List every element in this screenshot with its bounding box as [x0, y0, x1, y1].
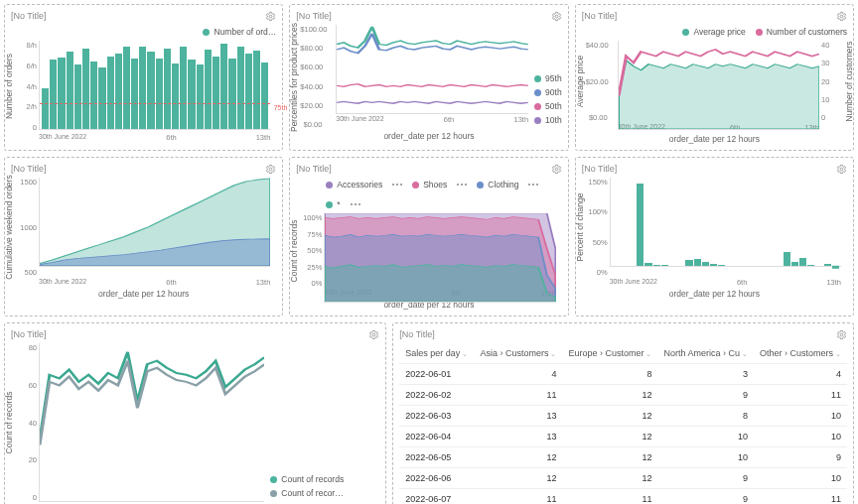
gear-icon[interactable]	[265, 11, 276, 22]
ellipsis-icon[interactable]	[457, 184, 467, 186]
panel-title: [No Title]	[11, 11, 47, 21]
legend-item[interactable]: Shoes	[412, 180, 467, 189]
legend-item[interactable]: Accessories	[326, 180, 402, 189]
x-axis-label: order_date per 12 hours	[11, 289, 276, 299]
y-ticks: 806040200	[15, 343, 37, 502]
y-axis-label: Percent of change	[575, 193, 585, 262]
x-axis-label: order_date per 12 hours	[582, 134, 847, 144]
svg-point-5	[840, 168, 843, 171]
table-row: 2022-06-021112911	[399, 385, 847, 406]
svg-point-7	[840, 333, 843, 336]
sales-table: Sales per day⌄Asia › Customers⌄Europe › …	[399, 343, 847, 504]
legend-item[interactable]: Clothing	[477, 180, 538, 189]
y-ticks: 8/h6/h4/h2/h0	[15, 41, 37, 132]
y-axis-label-left: Average price	[575, 56, 585, 107]
gear-icon[interactable]	[836, 164, 847, 175]
panel-title: [No Title]	[296, 164, 332, 174]
ellipsis-icon[interactable]	[528, 184, 538, 186]
table-header[interactable]: Sales per day⌄	[399, 343, 474, 364]
y-axis-label: Number of orders	[4, 54, 14, 119]
gear-icon[interactable]	[368, 329, 379, 340]
gear-icon[interactable]	[836, 11, 847, 22]
y-ticks: $100.00$80.00$60.00$40.00$20.00$0.00	[300, 25, 322, 129]
panel-title: [No Title]	[296, 11, 332, 21]
table-row: 2022-06-014834	[399, 364, 847, 385]
legend-item: 95th	[534, 73, 562, 83]
svg-point-0	[269, 15, 272, 18]
panel-avg-price-customers: [No Title] Average price Number of custo…	[575, 4, 854, 151]
legend-item[interactable]: *	[326, 199, 359, 209]
legend-item: 90th	[534, 87, 562, 97]
panel-title: [No Title]	[11, 329, 47, 339]
chart-plot-area	[39, 178, 270, 267]
panel-title: [No Title]	[582, 11, 618, 21]
panel-title: [No Title]	[582, 164, 618, 174]
table-row: 2022-06-051212109	[399, 447, 847, 468]
table-row: 2022-06-071111911	[399, 489, 847, 505]
table-row: 2022-06-061212910	[399, 468, 847, 489]
panel-cumulative-weekend: [No Title] Cumulative weekend orders 150…	[4, 157, 283, 316]
threshold-label: 75th	[273, 104, 289, 111]
y-ticks: 15001000500	[15, 178, 37, 277]
chart-plot-area	[610, 178, 841, 267]
legend-item: 50th	[534, 101, 562, 111]
panel-orders-bar: [No Title] Number of ord… Number of orde…	[4, 4, 283, 151]
y-ticks-right: 403020100	[821, 41, 843, 122]
panel-percentiles: [No Title] Percentiles for product price…	[289, 4, 568, 151]
gear-icon[interactable]	[551, 164, 562, 175]
gear-icon[interactable]	[265, 164, 276, 175]
chart-plot-area	[618, 41, 819, 130]
table-header[interactable]: Europe › Customer⌄	[562, 343, 657, 364]
y-axis-label: Cumulative weekend orders	[4, 175, 14, 279]
panel-records-by-category: [No Title] Accessories Shoes Clothing * …	[289, 157, 568, 316]
legend-item: Number of ord…	[203, 27, 276, 37]
svg-point-4	[555, 168, 558, 171]
ellipsis-icon[interactable]	[351, 203, 360, 205]
table-header[interactable]: North America › Cu⌄	[657, 343, 754, 364]
y-ticks-left: $40.00$20.00$0.00	[586, 41, 608, 122]
legend-item: Number of customers	[756, 27, 847, 37]
panel-count-records-line: [No Title] Count of records 806040200 Ju…	[4, 322, 386, 504]
table-row: 2022-06-031312810	[399, 406, 847, 427]
panel-percent-change: [No Title] Percent of change 150%100%50%…	[575, 157, 854, 316]
x-axis-label: order_date per 12 hours	[296, 131, 561, 141]
y-axis-label-right: Number of customers	[844, 41, 854, 121]
legend-item: Average price	[682, 27, 745, 37]
y-ticks: 150%100%50%0%	[586, 178, 608, 277]
svg-point-3	[269, 168, 272, 171]
legend-item: Count of records	[270, 474, 344, 484]
panel-title: [No Title]	[399, 329, 435, 339]
svg-point-2	[840, 15, 843, 18]
y-axis-label: Count of records	[289, 219, 299, 282]
gear-icon[interactable]	[836, 329, 847, 340]
gear-icon[interactable]	[551, 11, 562, 22]
table-row: 2022-06-0413121010	[399, 427, 847, 447]
table-header[interactable]: Other › Customers⌄	[754, 343, 847, 364]
legend-item: 10th	[534, 115, 562, 125]
chart-plot-area: 75th	[39, 41, 270, 130]
table-header[interactable]: Asia › Customers⌄	[474, 343, 562, 364]
svg-point-6	[372, 333, 375, 336]
chart-plot-area	[39, 343, 264, 502]
legend-item: Count of recor…	[270, 488, 343, 498]
chart-plot-area	[324, 213, 555, 303]
y-ticks: 100%75%50%25%0%	[300, 213, 322, 288]
svg-point-1	[555, 15, 558, 18]
ellipsis-icon[interactable]	[392, 184, 402, 186]
y-axis-label: Percentiles for product prices	[289, 22, 299, 131]
panel-sales-table: [No Title] Sales per day⌄Asia › Customer…	[392, 322, 854, 504]
x-axis-label: order_date per 12 hours	[582, 289, 847, 299]
chart-plot-area	[336, 25, 528, 114]
y-axis-label: Count of records	[4, 392, 14, 454]
panel-title: [No Title]	[11, 164, 47, 174]
